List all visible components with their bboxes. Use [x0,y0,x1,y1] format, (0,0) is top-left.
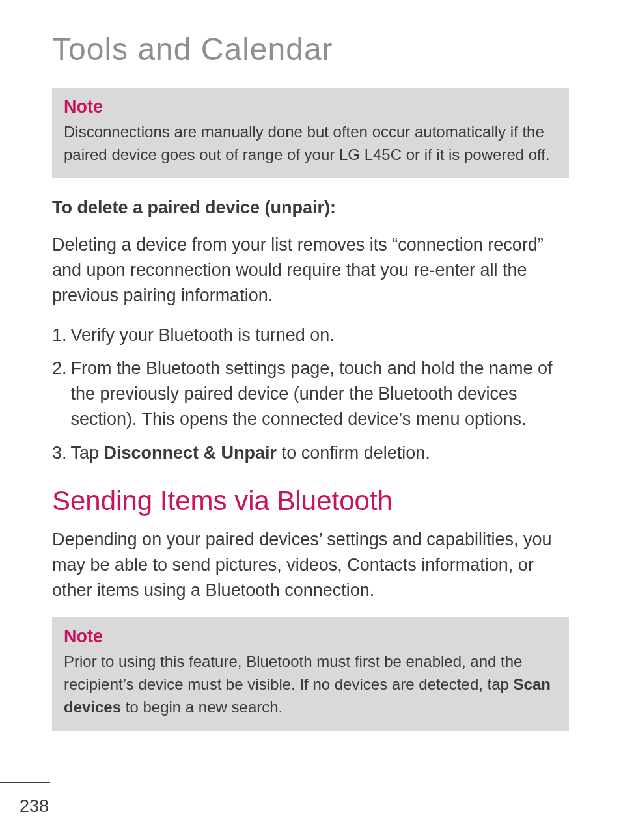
note-body: Prior to using this feature, Bluetooth m… [64,651,557,718]
note2-pre: Prior to using this feature, Bluetooth m… [64,653,522,693]
note-label: Note [64,627,557,647]
note-body: Disconnections are manually done but oft… [64,121,557,167]
step-text: Tap Disconnect & Unpair to confirm delet… [71,440,569,466]
manual-page: Tools and Calendar Note Disconnections a… [0,0,621,840]
list-item: 2. From the Bluetooth settings page, tou… [52,356,569,432]
step-text: Verify your Bluetooth is turned on. [71,323,569,348]
note-box-disconnection: Note Disconnections are manually done bu… [52,88,569,178]
sending-body: Depending on your paired devices’ settin… [52,527,569,603]
list-item: 3. Tap Disconnect & Unpair to confirm de… [52,440,569,466]
step-number: 3. [52,440,71,466]
note-box-scan: Note Prior to using this feature, Blueto… [52,617,569,730]
footer-rule [0,782,50,783]
step3-pre: Tap [71,443,104,463]
note2-post: to begin a new search. [121,698,283,716]
subheading-unpair: To delete a paired device (unpair): [52,198,569,218]
page-number: 238 [20,796,621,817]
step-number: 2. [52,356,71,432]
step3-bold: Disconnect & Unpair [104,443,277,463]
step-number: 1. [52,323,71,348]
section-heading-sending: Sending Items via Bluetooth [52,485,569,517]
unpair-steps: 1. Verify your Bluetooth is turned on. 2… [52,323,569,466]
note-label: Note [64,97,557,117]
page-footer: 238 [0,782,621,817]
step3-post: to confirm deletion. [277,443,430,463]
list-item: 1. Verify your Bluetooth is turned on. [52,323,569,348]
page-title: Tools and Calendar [52,31,569,67]
step-text: From the Bluetooth settings page, touch … [71,356,569,432]
unpair-intro: Deleting a device from your list removes… [52,232,569,308]
